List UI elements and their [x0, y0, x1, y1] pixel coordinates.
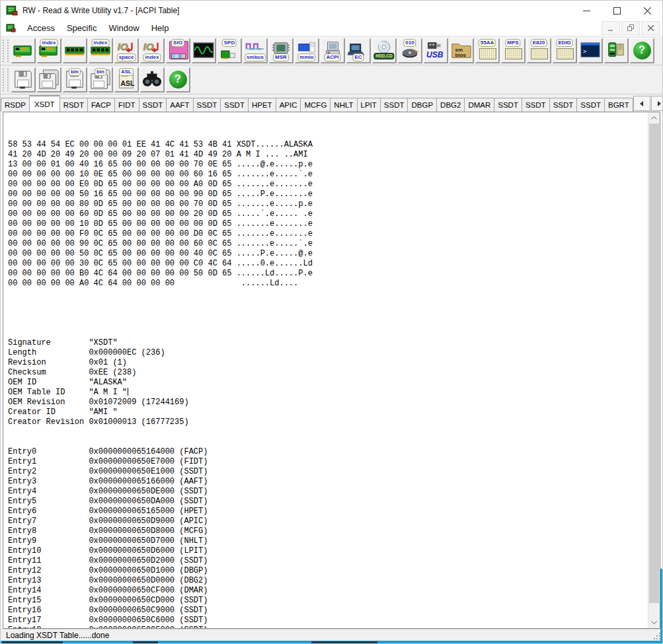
- tab-rsdp-0[interactable]: RSDP: [1, 98, 30, 112]
- icon-label-bubble: space: [117, 54, 136, 61]
- menu-access[interactable]: Access: [21, 22, 61, 34]
- entry-row-value: 0x00000000650E1000 (SSDT): [89, 467, 208, 476]
- help-icon-2[interactable]: ?: [166, 67, 190, 92]
- find-icon[interactable]: [140, 67, 165, 92]
- io-space-icon[interactable]: IOspace: [114, 38, 139, 63]
- icon-label-bubble: mmio: [297, 54, 315, 61]
- tab-aaft-6[interactable]: AAFT: [166, 98, 193, 112]
- scrollbar-thumb[interactable]: [649, 124, 659, 603]
- tab-dbg2-16[interactable]: DBG2: [436, 98, 465, 112]
- acpi-icon[interactable]: ACPI: [321, 38, 345, 63]
- vertical-scrollbar[interactable]: [648, 112, 660, 628]
- close-button[interactable]: [632, 1, 662, 20]
- menu-window[interactable]: Window: [102, 22, 145, 34]
- spd-icon[interactable]: SPD: [217, 38, 242, 63]
- field-row-label: OEM Revision: [8, 398, 89, 408]
- save-all-icon[interactable]: [37, 67, 61, 92]
- embedded-controller-icon[interactable]: EC: [346, 38, 371, 63]
- entry-row-value: 0x00000000650DA000 (SSDT): [89, 497, 208, 506]
- field-row-value: 0xEE (238): [89, 368, 136, 377]
- boot-sector-55aa-icon[interactable]: 55AA: [475, 38, 500, 63]
- svg-text:>: >: [583, 48, 587, 55]
- mdi-close-button[interactable]: [641, 21, 660, 35]
- toolbar-grip-2[interactable]: [3, 69, 9, 91]
- tab-ssdt-8[interactable]: SSDT: [220, 98, 249, 112]
- pci-icon[interactable]: [11, 38, 36, 63]
- memory-index-icon[interactable]: index: [89, 38, 113, 63]
- field-row: Creator Revision0x01000013 (16777235): [8, 417, 644, 427]
- tab-ssdt-5[interactable]: SSDT: [139, 98, 167, 112]
- command-window-icon[interactable]: >: [578, 38, 603, 63]
- tab-ssdt-7[interactable]: SSDT: [193, 98, 221, 112]
- entry-row-value: 0x00000000650DE000 (SSDT): [89, 487, 208, 496]
- tab-mcfg-11[interactable]: MCFG: [300, 98, 331, 112]
- tab-apic-10[interactable]: APIC: [276, 98, 301, 112]
- entry-row-label: Entry2: [8, 467, 89, 477]
- hdd-cd-icon[interactable]: HDD,CD: [372, 38, 397, 63]
- mdi-restore-button[interactable]: [621, 21, 640, 35]
- tab-ssdt-21[interactable]: SSDT: [576, 98, 605, 112]
- menu-specific[interactable]: Specific: [61, 22, 103, 34]
- disk-editor-icon[interactable]: 010: [398, 38, 422, 63]
- toolbar-grip[interactable]: [3, 40, 9, 62]
- tab-strip: RSDPXSDTRSDTFACPFIDTSSDTAAFTSSDTSSDTHPET…: [1, 95, 633, 112]
- entry-row-label: Entry5: [8, 497, 89, 507]
- tab-scroll-left-button[interactable]: [633, 96, 650, 111]
- save-icon[interactable]: [11, 67, 36, 92]
- maximize-button[interactable]: [602, 1, 632, 20]
- scroll-up-button[interactable]: [648, 112, 660, 124]
- tab-ssdt-19[interactable]: SSDT: [522, 98, 550, 112]
- device-monitor-icon[interactable]: [604, 38, 629, 63]
- minimize-button[interactable]: [571, 1, 602, 20]
- smbios-icon[interactable]: smbios: [449, 38, 474, 63]
- io-index-icon[interactable]: IOindex: [140, 38, 165, 63]
- field-row-value: 0x01072009 (17244169): [89, 398, 188, 407]
- help-icon[interactable]: ?: [630, 38, 654, 63]
- menu-help[interactable]: Help: [145, 22, 175, 34]
- asl-icon[interactable]: ASLASL: [114, 67, 139, 92]
- smbus-icon[interactable]: smbus: [243, 38, 268, 63]
- field-row-label: OEM Table ID: [8, 388, 89, 398]
- mmio-icon[interactable]: mmio: [295, 38, 319, 63]
- field-row-label: OEM ID: [8, 378, 89, 388]
- entries-list: Entry00x0000000065164000 (FACP)Entry10x0…: [8, 447, 644, 629]
- tab-dmar-17[interactable]: DMAR: [464, 98, 494, 112]
- entry-row-value: 0x00000000650D2000 (SSDT): [89, 556, 208, 565]
- tab-facp-3[interactable]: FACP: [87, 98, 115, 112]
- tab-ssdt-14[interactable]: SSDT: [380, 98, 409, 112]
- background-window-sliver: [1, 641, 662, 644]
- super-io-icon[interactable]: SIO: [166, 38, 190, 63]
- mps-icon[interactable]: MPS: [501, 38, 526, 63]
- tab-nhlt-12[interactable]: NHLT: [330, 98, 357, 112]
- tab-lpit-13[interactable]: LPIT: [357, 98, 381, 112]
- msr-icon[interactable]: MSR: [269, 38, 293, 63]
- pci-index-icon[interactable]: index: [37, 38, 61, 63]
- tab-ssdt-18[interactable]: SSDT: [494, 98, 522, 112]
- entry-row: Entry20x00000000650E1000 (SSDT): [8, 467, 644, 477]
- tab-hpet-9[interactable]: HPET: [248, 98, 276, 112]
- tab-ssdt-20[interactable]: SSDT: [549, 98, 578, 112]
- tab-rsdt-2[interactable]: RSDT: [59, 98, 88, 112]
- tab-fidt-4[interactable]: FIDT: [114, 98, 139, 112]
- clock-generator-icon[interactable]: [192, 38, 216, 63]
- tab-dbgp-15[interactable]: DBGP: [407, 98, 437, 112]
- edid-icon[interactable]: EDID: [553, 38, 577, 63]
- tab-bgrt-22[interactable]: BGRT: [604, 98, 633, 112]
- tab-scroll-right-button[interactable]: [651, 96, 663, 111]
- scroll-down-button[interactable]: [648, 617, 660, 628]
- mdi-minimize-button[interactable]: [602, 21, 620, 35]
- entry-row-label: Entry11: [8, 556, 89, 566]
- entry-row-label: Entry7: [8, 517, 89, 526]
- e820-icon[interactable]: E820: [527, 38, 551, 63]
- memory-icon[interactable]: [63, 38, 87, 63]
- save-all-binary-icon[interactable]: bin: [89, 67, 113, 92]
- usb-icon[interactable]: USB: [424, 38, 448, 63]
- maximize-icon: [613, 7, 621, 15]
- icon-label-bubble: smbus: [245, 54, 266, 61]
- entry-row: Entry120x00000000650D1000 (DBGP): [8, 566, 644, 576]
- save-binary-icon[interactable]: bin: [63, 67, 87, 92]
- tab-xsdt-1[interactable]: XSDT: [29, 95, 60, 112]
- entry-row-label: Entry14: [8, 586, 89, 596]
- arrow-right-icon: [657, 101, 662, 106]
- field-row-label: Checksum: [8, 368, 89, 378]
